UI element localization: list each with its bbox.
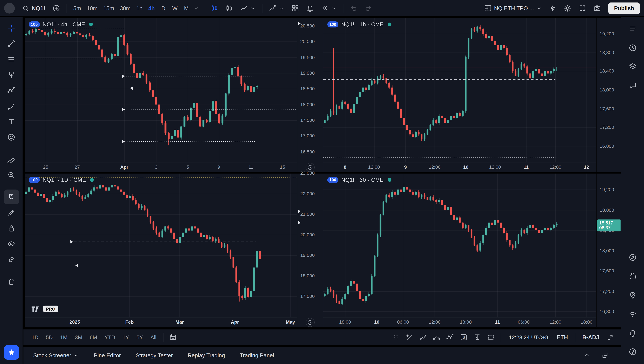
curve-tool-button[interactable] <box>430 332 443 343</box>
help-button[interactable] <box>625 344 640 359</box>
interval-4h[interactable]: 4h <box>145 2 158 14</box>
range-5y[interactable]: 5Y <box>133 332 146 342</box>
tab-strategy-tester[interactable]: Strategy Tester <box>136 352 173 358</box>
price-chart-1d[interactable] <box>25 174 297 317</box>
chart-style-candles-button[interactable] <box>207 2 221 14</box>
tab-replay-trading[interactable]: Replay Trading <box>188 352 225 358</box>
grid-layout-button[interactable] <box>288 2 302 14</box>
range-3m[interactable]: 3M <box>72 332 86 342</box>
interval-1h[interactable]: 1h <box>133 2 145 14</box>
drawing-toolbar-handle[interactable] <box>390 332 402 343</box>
range-6m[interactable]: 6M <box>86 332 100 342</box>
chart-legend-1d[interactable]: 100 NQ1! · 1D · CME <box>29 177 94 183</box>
interval-15m[interactable]: 15m <box>100 2 117 14</box>
price-chart-1h[interactable] <box>323 18 596 162</box>
tradingview-logo[interactable]: PRO <box>30 305 58 313</box>
price-axis-1h[interactable]: 19,20018,80018,40018,00017,60017,20016,8… <box>596 18 621 172</box>
trend-line-tool-button[interactable] <box>417 332 429 343</box>
settings-button[interactable] <box>561 2 575 14</box>
emoji-tool[interactable] <box>4 130 19 144</box>
price-note-tool-button[interactable]: $ <box>458 332 470 343</box>
adjustment-button[interactable]: B-ADJ <box>582 334 599 340</box>
redo-button[interactable] <box>361 2 375 14</box>
cross-line-tool-button[interactable] <box>403 332 415 343</box>
price-range-tool-button[interactable] <box>471 332 483 343</box>
undo-button[interactable] <box>346 2 360 14</box>
price-axis-4h[interactable]: 20,50020,00019,50019,00018,50018,00017,5… <box>297 18 323 172</box>
tab-pine-editor[interactable]: Pine Editor <box>94 352 121 358</box>
time-axis-1d[interactable]: 2025FebMarAprMay <box>25 317 297 327</box>
interval-5m[interactable]: 5m <box>70 2 84 14</box>
interval-w[interactable]: W <box>169 2 181 14</box>
tab-trading-panel[interactable]: Trading Panel <box>240 352 274 358</box>
time-axis-30m[interactable]: 18:001006:0012:0018:001106:0012:0018:00 <box>323 317 596 327</box>
edit-tool[interactable] <box>4 205 19 220</box>
connection-status-button[interactable] <box>625 306 640 321</box>
chat-button[interactable] <box>625 78 640 93</box>
pattern-tool-button[interactable] <box>444 332 456 343</box>
chart-legend-4h[interactable]: 100 NQ1! · 4h · CME <box>29 21 93 28</box>
collapse-panel-button[interactable] <box>581 350 593 361</box>
portfolio-button[interactable] <box>625 269 640 284</box>
user-avatar[interactable] <box>4 3 15 14</box>
pitchfork-tool[interactable] <box>4 67 19 82</box>
remove-drawings-tool[interactable] <box>4 274 19 289</box>
price-chart-30m[interactable] <box>323 174 596 317</box>
restore-panel-button[interactable] <box>599 350 611 361</box>
time-axis-4h[interactable]: 2527Apr3591115 <box>25 162 297 172</box>
interval-d[interactable]: D <box>158 2 169 14</box>
time-axis-1h[interactable]: 812:00912:001012:001112:0012 <box>323 162 596 172</box>
session-button[interactable]: ETH <box>557 334 568 340</box>
rectangle-tool-button[interactable] <box>485 332 497 343</box>
go-to-date-button[interactable] <box>167 332 179 343</box>
brush-tool[interactable] <box>4 98 19 113</box>
timezone-button[interactable] <box>306 318 315 327</box>
price-chart-4h[interactable] <box>25 18 297 162</box>
measure-tool[interactable] <box>4 152 19 166</box>
text-tool[interactable] <box>4 114 19 129</box>
range-1y[interactable]: 1Y <box>119 332 132 342</box>
notifications-button[interactable] <box>625 325 640 340</box>
lock-drawings-tool[interactable] <box>4 221 19 236</box>
maximize-pane-button[interactable] <box>604 332 616 343</box>
screenshot-button[interactable] <box>590 2 604 14</box>
hide-drawings-tool[interactable] <box>4 236 19 251</box>
patterns-tool[interactable] <box>4 83 19 98</box>
range-1m[interactable]: 1M <box>57 332 71 342</box>
range-1d[interactable]: 1D <box>28 332 42 342</box>
range-5d[interactable]: 5D <box>43 332 56 342</box>
range-all[interactable]: All <box>147 332 160 342</box>
chart-legend-30m[interactable]: 100 NQ1! · 30 · CME <box>327 177 392 183</box>
quick-action-button[interactable] <box>546 2 560 14</box>
alert-button[interactable] <box>303 2 317 14</box>
indicators-button[interactable] <box>266 2 287 14</box>
sync-drawings-tool[interactable] <box>4 252 19 267</box>
crosshair-tool[interactable] <box>4 20 19 35</box>
explore-button[interactable] <box>625 250 640 264</box>
bar-replay-button[interactable] <box>318 2 340 14</box>
interval-30m[interactable]: 30m <box>117 2 133 14</box>
layout-select-button[interactable]: NQ ETH TPO ... <box>481 2 545 14</box>
add-symbol-button[interactable] <box>50 2 63 14</box>
chart-style-bars-button[interactable] <box>222 2 236 14</box>
horizontal-lines-tool[interactable] <box>4 52 19 66</box>
zoom-in-tool[interactable] <box>4 167 19 182</box>
interval-10m[interactable]: 10m <box>84 2 100 14</box>
symbol-search-button[interactable]: NQ1! <box>19 2 49 14</box>
trend-line-tool[interactable] <box>4 36 19 51</box>
price-axis-1d[interactable]: 23,00022,00021,00020,00019,00018,00017,0… <box>297 174 323 327</box>
interval-menu-button[interactable] <box>192 2 200 14</box>
price-axis-30m[interactable]: 19,20018,80018,40018,00017,60017,20016,8… <box>596 174 621 327</box>
object-tree-button[interactable] <box>625 59 640 74</box>
interval-m[interactable]: M <box>181 2 192 14</box>
range-ytd[interactable]: YTD <box>101 332 119 342</box>
favorites-button[interactable] <box>4 345 19 360</box>
publish-button[interactable]: Publish <box>608 2 640 14</box>
tab-stock-screener[interactable]: Stock Screener <box>33 352 79 358</box>
fullscreen-button[interactable] <box>576 2 589 14</box>
chart-style-line-button[interactable] <box>237 2 259 14</box>
magnet-tool[interactable] <box>4 190 19 204</box>
watchlist-button[interactable] <box>625 21 640 36</box>
alerts-button[interactable] <box>625 40 640 55</box>
pin-button[interactable] <box>625 288 640 302</box>
